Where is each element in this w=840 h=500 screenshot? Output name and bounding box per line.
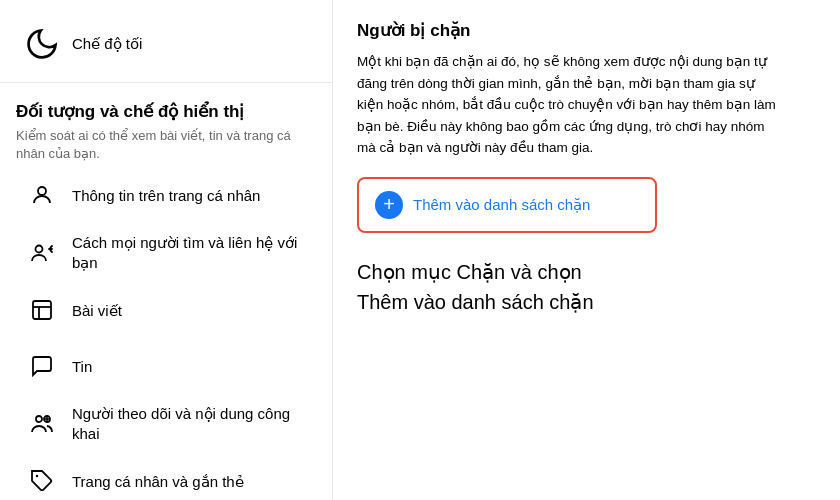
dark-mode-item[interactable]: Chế độ tối <box>8 16 324 72</box>
profile-tags-icon <box>24 463 60 499</box>
section-title: Đối tượng và chế độ hiển thị <box>16 101 316 123</box>
menu-item-followers[interactable]: Người theo dõi và nội dung công khai <box>8 394 324 453</box>
menu-item-find-contact[interactable]: Cách mọi người tìm và liên hệ với bạn <box>8 223 324 282</box>
profile-info-icon <box>24 177 60 213</box>
blocked-title: Người bị chặn <box>357 20 816 41</box>
menu-item-posts[interactable]: Bài viết <box>8 282 324 338</box>
add-to-block-list-button[interactable]: + Thêm vào danh sách chặn <box>357 177 657 233</box>
dark-mode-label: Chế độ tối <box>72 35 142 53</box>
right-panel: Người bị chặn Một khi bạn đã chặn ai đó,… <box>333 0 840 500</box>
svg-rect-2 <box>33 301 51 319</box>
menu-item-label: Thông tin trên trang cá nhân <box>72 186 260 206</box>
menu-item-messages[interactable]: Tin <box>8 338 324 394</box>
menu-item-label: Bài viết <box>72 301 122 321</box>
menu-item-profile-info[interactable]: Thông tin trên trang cá nhân <box>8 167 324 223</box>
section-desc: Kiểm soát ai có thể xem bài viết, tin và… <box>16 127 316 163</box>
add-block-button-label: Thêm vào danh sách chặn <box>413 196 590 214</box>
posts-icon <box>24 292 60 328</box>
blocked-description: Một khi bạn đã chặn ai đó, họ sẽ không x… <box>357 51 777 159</box>
svg-point-1 <box>36 245 43 252</box>
section-header: Đối tượng và chế độ hiển thị Kiểm soát a… <box>0 93 332 167</box>
svg-point-5 <box>36 416 42 422</box>
followers-icon <box>24 406 60 442</box>
menu-item-label: Tin <box>72 357 92 377</box>
messages-icon <box>24 348 60 384</box>
left-panel: Chế độ tối Đối tượng và chế độ hiển thị … <box>0 0 333 500</box>
divider <box>0 82 332 83</box>
menu-item-label: Trang cá nhân và gắn thẻ <box>72 472 244 492</box>
menu-item-profile-tags[interactable]: Trang cá nhân và gắn thẻ <box>8 453 324 500</box>
plus-icon: + <box>375 191 403 219</box>
dark-mode-icon <box>24 26 60 62</box>
instruction-text: Chọn mục Chặn và chọnThêm vào danh sách … <box>357 257 816 317</box>
menu-item-label: Cách mọi người tìm và liên hệ với bạn <box>72 233 308 272</box>
menu-item-label: Người theo dõi và nội dung công khai <box>72 404 308 443</box>
menu-list: Thông tin trên trang cá nhân Cách mọi ng… <box>0 167 332 500</box>
find-contact-icon <box>24 235 60 271</box>
svg-point-0 <box>38 187 46 195</box>
